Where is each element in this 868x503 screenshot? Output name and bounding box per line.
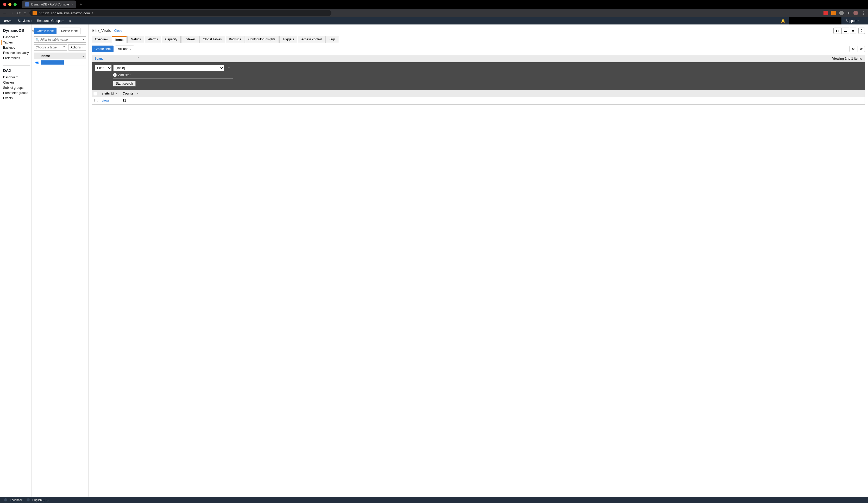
home-icon[interactable]: ⌂ xyxy=(24,11,26,16)
table-select-radio[interactable] xyxy=(35,61,39,64)
nav-dax-dashboard[interactable]: Dashboard xyxy=(3,75,31,80)
cell-visits[interactable]: views xyxy=(99,97,120,104)
nav-dax-clusters[interactable]: Clusters xyxy=(3,80,31,85)
create-table-button[interactable]: Create table xyxy=(34,28,56,34)
minimize-window-icon[interactable] xyxy=(8,3,11,6)
settings-icon[interactable]: ⚙ xyxy=(849,46,857,52)
services-menu[interactable]: Services ▾ xyxy=(18,19,32,23)
nav-dax-parameter-groups[interactable]: Parameter groups xyxy=(3,90,31,95)
maximize-window-icon[interactable] xyxy=(13,3,17,6)
tab-backups[interactable]: Backups xyxy=(226,36,245,43)
cell-counts: 12 xyxy=(120,97,141,104)
browser-menu-icon[interactable]: ⋮ xyxy=(861,11,865,16)
main-content: Site_Visits Close ◧ ▬ ■ ? Overview Items… xyxy=(89,24,868,497)
layout-bottom-icon[interactable]: ▬ xyxy=(841,28,849,34)
viewing-count: Viewing 1 to 1 items xyxy=(832,57,862,60)
tab-contributor-insights[interactable]: Contributor Insights xyxy=(245,36,279,43)
search-icon: 🔍 xyxy=(35,38,39,42)
start-search-button[interactable]: Start search xyxy=(113,81,136,86)
extensions-icon[interactable]: ✦ xyxy=(847,11,850,16)
nav-dashboard[interactable]: Dashboard xyxy=(3,35,31,40)
aws-top-bar: aws Services ▾ Resource Groups ▾ ★ 🔔 Sup… xyxy=(0,17,868,24)
tab-metrics[interactable]: Metrics xyxy=(127,36,144,43)
sort-asc-icon: ▴ xyxy=(116,92,117,95)
extension-icons: ✦ ⋮ xyxy=(824,11,865,16)
nav-backups[interactable]: Backups xyxy=(3,45,31,50)
table-group-select[interactable]: Choose a table …▼ xyxy=(34,44,67,51)
scan-table-select[interactable]: [Table] xyxy=(113,65,224,71)
nav-tables[interactable]: Tables xyxy=(1,40,31,45)
notifications-icon[interactable]: 🔔 xyxy=(781,19,785,23)
item-actions-menu[interactable]: Actions ⌄ xyxy=(115,45,134,52)
tab-triggers[interactable]: Triggers xyxy=(279,36,298,43)
create-item-button[interactable]: Create item xyxy=(92,45,114,52)
ext3-icon[interactable] xyxy=(839,11,844,16)
scan-inner-collapse-icon[interactable]: ⌃ xyxy=(228,66,231,70)
tab-tags[interactable]: Tags xyxy=(326,36,339,43)
browser-tab[interactable]: DynamoDB · AWS Console × xyxy=(22,1,76,8)
ext1-icon[interactable] xyxy=(824,11,828,16)
table-list-header[interactable]: Name ▴ xyxy=(34,53,86,59)
delete-table-button[interactable]: Delete table xyxy=(58,28,81,34)
table-filter-input[interactable] xyxy=(34,37,86,43)
feedback-icon xyxy=(4,498,7,501)
row-checkbox[interactable] xyxy=(94,99,98,102)
tab-favicon-icon xyxy=(25,2,29,7)
aws-logo-icon[interactable]: aws xyxy=(4,19,11,23)
feedback-link[interactable]: Feedback xyxy=(4,498,22,501)
add-filter-button[interactable]: + Add filter xyxy=(113,73,233,79)
site-favicon-icon xyxy=(32,11,37,15)
reload-icon[interactable]: ⟳ xyxy=(17,11,21,16)
scan-label: Scan: xyxy=(94,57,103,60)
new-tab-icon[interactable]: + xyxy=(80,2,82,7)
account-menu[interactable] xyxy=(789,17,841,24)
nav-dax-subnet-groups[interactable]: Subnet groups xyxy=(3,85,31,90)
detail-tabs: Overview Items Metrics Alarms Capacity I… xyxy=(92,36,865,43)
col-visits[interactable]: visitsi▴ xyxy=(99,90,120,97)
resource-groups-menu[interactable]: Resource Groups ▾ xyxy=(37,19,63,23)
forward-icon: → xyxy=(10,11,14,16)
scan-type-select[interactable]: Scan xyxy=(95,65,112,71)
select-all-checkbox[interactable] xyxy=(94,92,97,95)
tab-items[interactable]: Items xyxy=(112,36,127,43)
sort-desc-icon: ▾ xyxy=(137,92,138,95)
tab-alarms[interactable]: Alarms xyxy=(145,36,161,43)
layout-split-icon[interactable]: ◧ xyxy=(833,28,841,34)
nav-dax-events[interactable]: Events xyxy=(3,95,31,101)
window-controls xyxy=(3,3,17,6)
table-row[interactable] xyxy=(34,59,86,66)
clear-filter-icon[interactable]: × xyxy=(83,38,85,42)
avatar-icon[interactable] xyxy=(854,11,858,16)
table-name-selected xyxy=(41,60,64,64)
tab-global-tables[interactable]: Global Tables xyxy=(199,36,225,43)
close-link[interactable]: Close xyxy=(114,29,122,32)
tab-close-icon[interactable]: × xyxy=(71,2,73,7)
tables-panel: Create table Delete table 🔍 × Choose a t… xyxy=(32,24,89,497)
support-menu[interactable]: Support ▾ xyxy=(846,19,859,23)
url-host: console.aws.amazon.com xyxy=(51,11,90,15)
col-counts[interactable]: Counts▾ xyxy=(120,90,141,97)
back-icon[interactable]: ← xyxy=(3,11,7,16)
tab-access-control[interactable]: Access control xyxy=(298,36,325,43)
result-row[interactable]: views 12 xyxy=(92,97,865,105)
layout-full-icon[interactable]: ■ xyxy=(850,28,856,34)
table-actions-menu[interactable]: Actions⌄ xyxy=(68,44,86,51)
url-input[interactable]: https://console.aws.amazon.com/ xyxy=(29,10,331,16)
nav-preferences[interactable]: Preferences xyxy=(3,55,31,61)
tab-indexes[interactable]: Indexes xyxy=(181,36,199,43)
scan-header[interactable]: Scan: ⌃ Viewing 1 to 1 items xyxy=(92,55,865,62)
tab-overview[interactable]: Overview xyxy=(92,36,112,43)
plus-icon: + xyxy=(113,73,117,77)
scan-collapse-icon[interactable]: ⌃ xyxy=(137,57,140,60)
collapse-sidebar-icon[interactable]: ◀ xyxy=(31,29,34,32)
language-link[interactable]: English (US) xyxy=(27,498,49,501)
ext2-icon[interactable] xyxy=(831,11,836,16)
close-window-icon[interactable] xyxy=(3,3,6,6)
help-icon[interactable]: ? xyxy=(858,28,865,34)
tab-capacity[interactable]: Capacity xyxy=(162,36,181,43)
app-body: ◀ DynamoDB Dashboard Tables Backups Rese… xyxy=(0,24,868,497)
nav-reserved-capacity[interactable]: Reserved capacity xyxy=(3,50,31,55)
refresh-icon[interactable]: ⟳ xyxy=(858,46,865,52)
aws-footer: Feedback English (US) xyxy=(0,497,868,503)
pin-icon[interactable]: ★ xyxy=(69,19,72,23)
